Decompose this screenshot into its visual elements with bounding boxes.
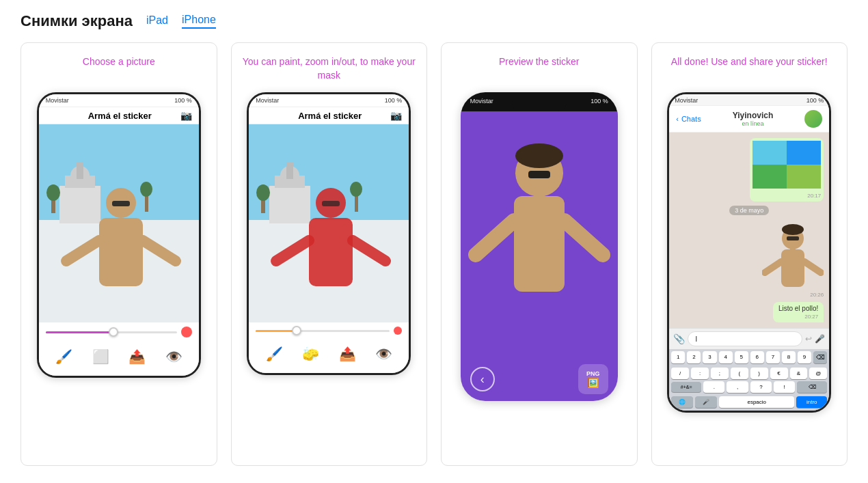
key-del[interactable]: ⌫ xyxy=(813,351,827,363)
screenshot-card-1: Choose a picture Movistar 100 % Armá el … xyxy=(21,42,217,466)
caption-2: You can paint, zoom in/out, to make your… xyxy=(240,55,419,83)
key-paren-close[interactable]: ) xyxy=(750,368,768,379)
caption-4: All done! Use and share your sticker! xyxy=(671,55,828,83)
key-9[interactable]: 9 xyxy=(798,351,811,363)
scene-1 xyxy=(39,124,199,322)
chat-carrier: Movistar xyxy=(675,97,698,104)
key-exclaim[interactable]: ! xyxy=(774,381,795,393)
key-globe[interactable]: 🌐 xyxy=(671,396,693,408)
keyboard-spacebar-row: 🌐 🎤 espacio intro xyxy=(669,395,829,411)
keyboard: 1 2 3 4 5 6 7 8 9 ⌫ / : xyxy=(669,349,829,411)
msg-image: 20:17 xyxy=(750,138,824,202)
chat-messages: 20:17 3 de mayo xyxy=(669,133,829,328)
key-colon[interactable]: : xyxy=(691,368,709,379)
key-more[interactable]: #+&= xyxy=(671,382,701,392)
phone-controls-2: 🖌️ 🧽 📤 👁️ xyxy=(249,322,409,373)
svg-rect-17 xyxy=(269,186,310,223)
svg-point-24 xyxy=(350,182,362,197)
key-3[interactable]: 3 xyxy=(703,351,716,363)
tab-ipad[interactable]: iPad xyxy=(146,14,168,28)
chat-header: ‹ Chats Yiyinovich en línea xyxy=(669,106,829,133)
carrier-2: Movistar xyxy=(256,97,279,104)
brush-icon-2[interactable]: 🖌️ xyxy=(263,343,285,365)
caption-3: Preview the sticker xyxy=(499,55,579,83)
export-icon-2[interactable]: 📤 xyxy=(336,343,358,365)
svg-point-7 xyxy=(46,184,60,201)
svg-rect-42 xyxy=(787,165,821,189)
key-space[interactable]: espacio xyxy=(719,396,794,408)
phone-title-bar-1: Armá el sticker 📷 xyxy=(39,107,199,124)
slider-track-2[interactable] xyxy=(256,330,390,332)
eye-icon-2[interactable]: 👁️ xyxy=(373,343,395,365)
header-row: Снимки экрана iPad iPhone xyxy=(21,12,847,30)
key-euro[interactable]: € xyxy=(770,368,788,379)
key-amp[interactable]: & xyxy=(790,368,808,379)
screenshot-card-3: Preview the sticker Movistar 100 % xyxy=(441,42,638,466)
back-button[interactable]: ‹ xyxy=(470,367,495,391)
key-mic[interactable]: 🎤 xyxy=(695,396,717,408)
contact-name: Yiyinovich xyxy=(733,111,774,120)
msg-sticker: 20:26 xyxy=(762,219,824,298)
brush-icon[interactable]: 🖌️ xyxy=(53,346,75,368)
key-comma[interactable]: , xyxy=(727,381,748,393)
key-7[interactable]: 7 xyxy=(766,351,780,363)
svg-rect-5 xyxy=(77,162,83,179)
screenshots-row: Choose a picture Movistar 100 % Armá el … xyxy=(21,42,847,466)
svg-rect-48 xyxy=(790,246,796,251)
date-badge: 3 de mayo xyxy=(729,206,769,215)
camera-icon[interactable]: 📷 xyxy=(180,110,192,121)
phone-title-2: Armá el sticker xyxy=(298,111,362,121)
eraser-icon-2[interactable]: 🧽 xyxy=(300,343,322,365)
msg-time-1: 20:17 xyxy=(752,193,821,199)
key-2[interactable]: 2 xyxy=(687,351,701,363)
png-export-button[interactable]: PNG 🖼️ xyxy=(578,364,608,394)
eraser-icon[interactable]: ⬜ xyxy=(90,346,111,368)
key-4[interactable]: 4 xyxy=(719,351,733,363)
page-container: Снимки экрана iPad iPhone Choose a pictu… xyxy=(0,0,868,480)
phone-title-1: Armá el sticker xyxy=(88,111,152,121)
svg-rect-47 xyxy=(781,249,804,287)
arrow-icon[interactable]: ↩ xyxy=(805,334,812,344)
phone-title-bar-2: Armá el sticker 📷 xyxy=(249,107,409,124)
key-1[interactable]: 1 xyxy=(671,351,685,363)
screenshot-card-4: All done! Use and share your sticker! Mo… xyxy=(651,42,848,466)
eye-icon[interactable]: 👁️ xyxy=(163,346,185,368)
svg-rect-12 xyxy=(99,218,143,286)
phone-status-bar-1: Movistar 100 % xyxy=(39,94,199,107)
key-6[interactable]: 6 xyxy=(750,351,764,363)
key-paren-open[interactable]: ( xyxy=(731,368,748,379)
svg-point-9 xyxy=(140,182,152,197)
svg-rect-2 xyxy=(59,186,100,223)
svg-point-32 xyxy=(515,143,563,168)
screenshot-card-2: You can paint, zoom in/out, to make your… xyxy=(231,42,428,466)
key-8[interactable]: 8 xyxy=(782,351,796,363)
key-backspace[interactable]: ⌫ xyxy=(797,381,827,393)
attachment-icon[interactable]: 📎 xyxy=(673,333,685,344)
mic-icon[interactable]: 🎤 xyxy=(815,334,825,344)
key-question[interactable]: ? xyxy=(750,381,772,393)
back-label[interactable]: Chats xyxy=(681,115,701,123)
svg-line-50 xyxy=(804,262,821,273)
key-at[interactable]: @ xyxy=(809,368,827,379)
tab-iphone[interactable]: iPhone xyxy=(182,14,216,29)
key-dot[interactable]: . xyxy=(703,381,724,393)
key-5[interactable]: 5 xyxy=(735,351,748,363)
svg-rect-40 xyxy=(787,141,821,165)
key-semi[interactable]: ; xyxy=(711,368,729,379)
chat-input[interactable]: I xyxy=(688,331,802,346)
svg-rect-11 xyxy=(112,201,130,206)
key-return[interactable]: intro xyxy=(796,396,827,408)
battery-2: 100 % xyxy=(385,97,403,104)
svg-rect-26 xyxy=(322,201,340,206)
svg-rect-46 xyxy=(787,236,799,240)
phone-frame-3: Movistar 100 % xyxy=(461,92,618,401)
slider-track-1[interactable] xyxy=(46,331,177,333)
slider-dot-2 xyxy=(394,327,402,335)
export-icon[interactable]: 📤 xyxy=(126,346,148,368)
msg-time-3: 20:27 xyxy=(778,314,818,320)
camera-icon-2[interactable]: 📷 xyxy=(390,110,402,121)
svg-line-49 xyxy=(765,262,781,273)
key-slash[interactable]: / xyxy=(671,368,689,379)
phone-frame-1: Movistar 100 % Armá el sticker 📷 xyxy=(37,92,201,378)
chat-status-bar: Movistar 100 % xyxy=(669,94,829,106)
